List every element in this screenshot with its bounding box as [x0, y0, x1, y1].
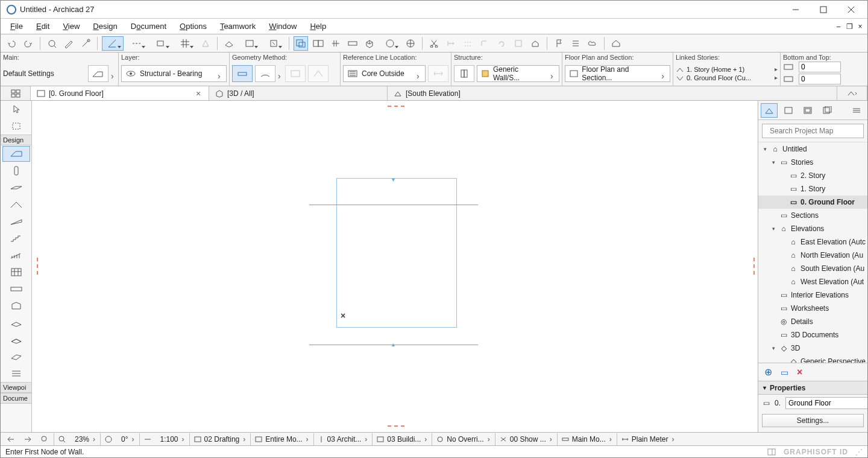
close-tab-ground[interactable]: ×	[194, 89, 203, 98]
mdi-minimize[interactable]: –	[834, 22, 843, 31]
menu-teamwork[interactable]: Teamwork	[215, 21, 260, 32]
roof-tool[interactable]	[2, 197, 30, 212]
nav-options-icon[interactable]	[848, 103, 865, 118]
suspend-button[interactable]	[263, 36, 285, 51]
panel-toggle-icon[interactable]	[767, 448, 776, 456]
graphisoft-id[interactable]: GRAPHISOFT ID	[784, 448, 848, 456]
wall-settings-icon[interactable]	[88, 65, 108, 82]
tree-persp[interactable]: ◇Generic Perspective	[758, 355, 867, 363]
marquee-tool[interactable]	[2, 118, 30, 134]
zoom-dropdown[interactable]: 23%	[71, 433, 99, 445]
tab-overflow[interactable]	[837, 86, 867, 100]
settings-button[interactable]: Settings...	[762, 414, 864, 427]
floorplan-dropdown[interactable]: Floor Plan and Section...	[565, 65, 670, 82]
tree-interior[interactable]: ▭Interior Elevations	[758, 288, 867, 302]
add-icon[interactable]: ⊕	[764, 366, 772, 378]
tree-east[interactable]: ⌂East Elevation (Autc	[758, 235, 867, 249]
project-tree[interactable]: ▾⌂Untitled ▾▭Stories ▭2. Story ▭1. Story…	[758, 142, 867, 363]
plane-icon[interactable]	[222, 36, 236, 51]
tree-north[interactable]: ⌂North Elevation (Au	[758, 249, 867, 262]
marquee-mode-button[interactable]	[379, 36, 401, 51]
guideline-1-button[interactable]	[102, 36, 124, 51]
fit-1-icon[interactable]	[3, 433, 19, 445]
tab-south-elevation[interactable]: [South Elevation]	[388, 86, 837, 100]
cloud-icon[interactable]	[585, 36, 600, 51]
penset-dropdown[interactable]: 02 Drafting	[189, 433, 250, 445]
geom-curved-button[interactable]	[255, 65, 275, 82]
mdi-close[interactable]: ×	[855, 22, 865, 31]
tree-ground-floor[interactable]: ▭0. Ground Floor	[758, 196, 867, 209]
menu-design[interactable]: Design	[88, 21, 122, 32]
house-icon[interactable]	[609, 36, 623, 51]
default-settings-text[interactable]: Default Settings	[3, 69, 54, 78]
trace-ref-icon[interactable]	[310, 36, 326, 51]
menu-edit[interactable]: Edit	[31, 21, 54, 32]
home-icon[interactable]	[528, 36, 542, 51]
offset-icon[interactable]	[461, 36, 475, 51]
layout-book-tab[interactable]	[799, 103, 816, 118]
tab-ground-floor[interactable]: [0. Ground Floor] ×	[31, 86, 209, 100]
align-icon[interactable]	[444, 36, 458, 51]
model-dropdown[interactable]: Entire Mo...	[250, 433, 312, 445]
linked-story-1[interactable]: 1. Story (Home + 1)▸	[676, 66, 778, 73]
magnifier-icon[interactable]	[58, 435, 66, 444]
delete-icon[interactable]: ×	[797, 367, 802, 378]
mesh-tool[interactable]	[2, 349, 30, 364]
settings-dd-icon[interactable]	[111, 71, 116, 76]
railing-tool[interactable]	[2, 247, 30, 263]
stair-tool[interactable]	[2, 231, 30, 246]
menu-help[interactable]: Help	[305, 21, 331, 32]
object-tool[interactable]	[2, 315, 30, 331]
tree-3d-docs[interactable]: ▭3D Documents	[758, 328, 867, 342]
menu-view[interactable]: View	[58, 21, 84, 32]
ruler-icon[interactable]	[345, 36, 360, 51]
override-dropdown[interactable]: No Overri...	[432, 433, 493, 445]
prop-name-field[interactable]	[785, 397, 867, 409]
cutplane-button[interactable]	[239, 36, 260, 51]
publisher-tab[interactable]	[819, 103, 835, 118]
layerset-dropdown[interactable]: 03 Archit...	[313, 433, 371, 445]
trace-button[interactable]	[294, 36, 308, 51]
building-dropdown[interactable]: 03 Buildi...	[372, 433, 430, 445]
tree-worksheets[interactable]: ▭Worksheets	[758, 302, 867, 315]
close-button[interactable]	[837, 1, 865, 19]
trace-grid-icon[interactable]	[329, 36, 343, 51]
rotate-view-icon[interactable]	[104, 435, 113, 444]
menu-window[interactable]: Window	[264, 21, 301, 32]
fit-2-icon[interactable]	[20, 433, 36, 445]
linked-story-2[interactable]: 0. Ground Floor (Cu...▸	[676, 74, 778, 81]
project-map-tab[interactable]	[761, 103, 778, 118]
structure-dropdown[interactable]: Generic Wall/S...	[477, 65, 559, 82]
angle-dropdown[interactable]: 0°	[118, 433, 137, 445]
gravity-icon[interactable]	[198, 36, 213, 51]
search-input[interactable]	[770, 127, 860, 135]
dim-dropdown[interactable]: Plain Meter	[617, 433, 678, 445]
wall-tool[interactable]	[2, 146, 30, 162]
show-dropdown[interactable]: 00 Show ...	[495, 433, 556, 445]
tree-west[interactable]: ⌂West Elevation (Aut	[758, 275, 867, 288]
scale-dropdown[interactable]: 1:100	[157, 433, 188, 445]
drawing-canvas[interactable]: ▾ ▴ ×	[32, 101, 758, 432]
globe-icon[interactable]	[403, 36, 418, 51]
list-mode-icon[interactable]: ▭	[781, 367, 788, 377]
cut-icon[interactable]	[427, 36, 441, 51]
resize-grip-icon[interactable]: ⋰	[855, 448, 863, 456]
tree-south[interactable]: ⌂South Elevation (Au	[758, 262, 867, 275]
flag-icon[interactable]	[552, 36, 566, 51]
menu-file[interactable]: File	[5, 21, 28, 32]
mainmo-dropdown[interactable]: Main Mo...	[557, 433, 615, 445]
tab-thumbnails[interactable]	[1, 86, 31, 100]
tree-details[interactable]: ◎Details	[758, 315, 867, 328]
beam-tool[interactable]	[2, 281, 30, 297]
zone-tool[interactable]	[2, 332, 30, 348]
3d-cube-icon[interactable]	[362, 36, 377, 51]
tree-1story[interactable]: ▭1. Story	[758, 182, 867, 196]
snap-guides-button[interactable]	[150, 36, 172, 51]
pick-tool-icon[interactable]	[45, 36, 59, 51]
layer-dropdown[interactable]: Structural - Bearing	[121, 65, 227, 82]
wand-tool-icon[interactable]	[78, 36, 93, 51]
morph-tool[interactable]	[2, 298, 30, 314]
geom-4-button[interactable]	[308, 65, 329, 82]
mdi-restore[interactable]: ❐	[844, 22, 854, 31]
door-icon[interactable]	[511, 36, 526, 51]
